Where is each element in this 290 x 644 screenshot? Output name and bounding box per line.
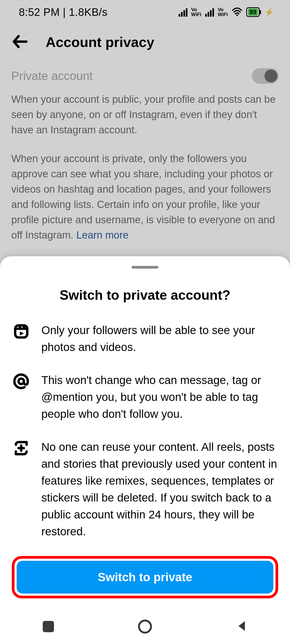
sheet-title: Switch to private account? xyxy=(12,287,278,303)
nav-back-icon xyxy=(235,620,248,634)
svg-rect-1 xyxy=(15,325,27,338)
private-account-row: Private account xyxy=(11,63,279,92)
learn-more-link[interactable]: Learn more xyxy=(76,229,128,241)
status-time-speed: 8:52 PM | 1.8KB/s xyxy=(19,6,107,18)
at-icon xyxy=(12,372,31,389)
vowifi-label-2: Vo WiFi xyxy=(218,7,228,17)
battery-icon: 93 xyxy=(246,7,260,17)
status-bar: 8:52 PM | 1.8KB/s Vo WiFi Vo WiFi 93 ⚡ xyxy=(0,0,290,24)
battery-pct: 93 xyxy=(248,9,258,16)
sheet-item-text: Only your followers will be able to see … xyxy=(41,322,278,356)
status-icons: Vo WiFi Vo WiFi 93 ⚡ xyxy=(179,7,274,17)
sheet-item-text: No one can reuse your content. All reels… xyxy=(41,438,278,540)
bottom-sheet: Switch to private account? Only your fol… xyxy=(0,256,290,644)
sheet-item-mentions: This won't change who can message, tag o… xyxy=(12,372,278,422)
screen: 8:52 PM | 1.8KB/s Vo WiFi Vo WiFi 93 ⚡ xyxy=(0,0,290,644)
sheet-item-reuse: No one can reuse your content. All reels… xyxy=(12,438,278,540)
sheet-item-followers: Only your followers will be able to see … xyxy=(12,322,278,356)
signal-icon xyxy=(179,8,187,17)
svg-point-0 xyxy=(236,14,238,16)
nav-home-button[interactable] xyxy=(118,620,172,634)
nav-recent-button[interactable] xyxy=(21,621,75,632)
vowifi-label-1: Vo WiFi xyxy=(191,7,201,17)
sheet-item-text: This won't change who can message, tag o… xyxy=(41,372,278,422)
annotation-highlight: Switch to private xyxy=(12,556,278,598)
page-header: Account privacy xyxy=(0,24,290,63)
remix-icon xyxy=(12,438,31,456)
reels-icon xyxy=(12,322,31,339)
charging-icon: ⚡ xyxy=(264,8,274,17)
status-time: 8:52 PM xyxy=(19,6,60,18)
private-account-toggle[interactable] xyxy=(252,68,279,84)
nav-back-button[interactable] xyxy=(215,620,269,634)
switch-to-private-button[interactable]: Switch to private xyxy=(17,561,273,594)
private-account-label: Private account xyxy=(11,69,93,83)
back-arrow-icon[interactable] xyxy=(11,32,30,52)
signal-icon-2 xyxy=(205,8,214,17)
page-title: Account privacy xyxy=(46,34,154,50)
wifi-icon xyxy=(232,7,242,17)
private-desc: When your account is private, only the f… xyxy=(11,151,279,243)
status-net-speed: 1.8KB/s xyxy=(69,6,108,18)
sheet-drag-handle[interactable] xyxy=(132,266,158,269)
public-desc: When your account is public, your profil… xyxy=(11,92,279,138)
android-nav-bar xyxy=(0,609,290,644)
